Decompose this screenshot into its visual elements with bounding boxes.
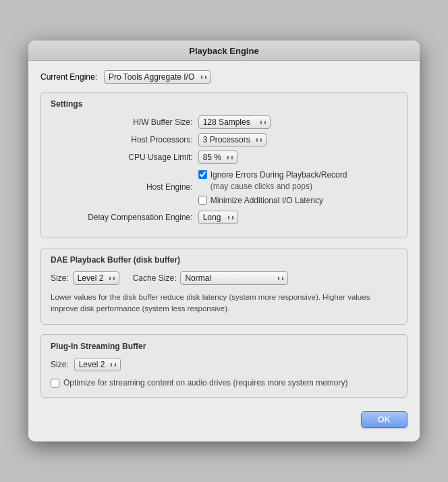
title-bar: Playback Engine xyxy=(28,41,420,61)
hw-buffer-row: H/W Buffer Size: 32 Samples 64 Samples 1… xyxy=(51,115,397,133)
minimize-latency-checkbox[interactable] xyxy=(198,196,207,205)
dae-section: DAE Playback Buffer (disk buffer) Size: … xyxy=(40,248,408,325)
ok-row: OK xyxy=(40,407,408,431)
dae-cache-select-wrapper: Minimum Normal Large Maximum xyxy=(180,271,288,285)
dae-size-select-wrapper: Level 1 Level 2 Level 3 Level 4 xyxy=(73,271,119,285)
settings-section: Settings H/W Buffer Size: 32 Samples 64 … xyxy=(40,92,408,238)
delay-compensation-label: Delay Compensation Engine: xyxy=(51,211,198,228)
dae-cache-label: Cache Size: xyxy=(133,273,177,283)
hw-buffer-value: 32 Samples 64 Samples 128 Samples 256 Sa… xyxy=(198,115,397,133)
host-processors-select-wrapper: 1 Processor 2 Processors 3 Processors 4 … xyxy=(198,133,267,146)
ok-button[interactable]: OK xyxy=(361,411,408,428)
plugin-section: Plug-In Streaming Buffer Size: Level 1 L… xyxy=(40,334,408,398)
plugin-size-select[interactable]: Level 1 Level 2 Level 3 Level 4 xyxy=(74,358,121,371)
minimize-latency-label: Minimize Additional I/O Latency xyxy=(211,195,323,207)
host-processors-row: Host Processors: 1 Processor 2 Processor… xyxy=(51,133,397,151)
delay-compensation-select-wrapper: Short Long None xyxy=(198,211,238,224)
ignore-errors-checkbox[interactable] xyxy=(198,170,207,179)
cpu-usage-row: CPU Usage Limit: 55 % 65 % 75 % 85 % 95 … xyxy=(51,151,397,168)
dae-size-field: Size: Level 1 Level 2 Level 3 Level 4 xyxy=(51,271,119,285)
cpu-usage-value: 55 % 65 % 75 % 85 % 95 % xyxy=(198,151,397,168)
host-engine-label: Host Engine: xyxy=(51,168,198,211)
optimize-row: Optimize for streaming content on audio … xyxy=(51,378,397,387)
cpu-usage-label: CPU Usage Limit: xyxy=(51,151,198,168)
host-processors-value: 1 Processor 2 Processors 3 Processors 4 … xyxy=(198,133,397,151)
current-engine-select[interactable]: Pro Tools Aggregate I/O Built-In Output … xyxy=(104,70,211,84)
ignore-errors-note: (may cause clicks and pops) xyxy=(211,182,397,191)
dae-title: DAE Playback Buffer (disk buffer) xyxy=(51,255,397,265)
dialog-body: Current Engine: Pro Tools Aggregate I/O … xyxy=(28,61,420,441)
dae-description: Lower values for the disk buffer reduce … xyxy=(51,292,397,315)
hw-buffer-label: H/W Buffer Size: xyxy=(51,115,198,133)
settings-grid: H/W Buffer Size: 32 Samples 64 Samples 1… xyxy=(51,115,397,228)
dae-size-select[interactable]: Level 1 Level 2 Level 3 Level 4 xyxy=(73,271,119,285)
current-engine-label: Current Engine: xyxy=(40,72,97,82)
dialog-window: Playback Engine Current Engine: Pro Tool… xyxy=(28,41,420,441)
plugin-size-row: Size: Level 1 Level 2 Level 3 Level 4 xyxy=(51,358,397,371)
delay-compensation-row: Delay Compensation Engine: Short Long No… xyxy=(51,211,397,228)
optimize-label: Optimize for streaming content on audio … xyxy=(63,378,347,387)
minimize-latency-row: Minimize Additional I/O Latency xyxy=(198,195,397,207)
delay-compensation-value: Short Long None xyxy=(198,211,397,228)
host-processors-select[interactable]: 1 Processor 2 Processors 3 Processors 4 … xyxy=(198,133,267,146)
ignore-errors-label: Ignore Errors During Playback/Record xyxy=(211,169,347,181)
settings-title: Settings xyxy=(51,99,397,109)
plugin-size-label: Size: xyxy=(51,360,69,369)
dae-cache-select[interactable]: Minimum Normal Large Maximum xyxy=(180,271,288,285)
ignore-errors-row: Ignore Errors During Playback/Record xyxy=(198,169,397,181)
dae-controls-row: Size: Level 1 Level 2 Level 3 Level 4 Ca… xyxy=(51,271,397,285)
host-processors-label: Host Processors: xyxy=(51,133,198,151)
optimize-checkbox[interactable] xyxy=(51,379,59,387)
plugin-title: Plug-In Streaming Buffer xyxy=(51,342,397,351)
current-engine-row: Current Engine: Pro Tools Aggregate I/O … xyxy=(40,70,408,84)
delay-compensation-select[interactable]: Short Long None xyxy=(198,211,238,224)
host-engine-row: Host Engine: Ignore Errors During Playba… xyxy=(51,168,397,211)
cpu-usage-select[interactable]: 55 % 65 % 75 % 85 % 95 % xyxy=(198,151,237,164)
current-engine-select-wrapper: Pro Tools Aggregate I/O Built-In Output … xyxy=(104,70,211,84)
host-engine-value: Ignore Errors During Playback/Record (ma… xyxy=(198,168,397,211)
plugin-size-select-wrapper: Level 1 Level 2 Level 3 Level 4 xyxy=(74,358,121,371)
cpu-usage-select-wrapper: 55 % 65 % 75 % 85 % 95 % xyxy=(198,151,237,164)
hw-buffer-select[interactable]: 32 Samples 64 Samples 128 Samples 256 Sa… xyxy=(198,115,271,129)
dialog-title: Playback Engine xyxy=(189,46,258,56)
dae-size-label: Size: xyxy=(51,273,69,283)
dae-cache-field: Cache Size: Minimum Normal Large Maximum xyxy=(133,271,289,285)
hw-buffer-select-wrapper: 32 Samples 64 Samples 128 Samples 256 Sa… xyxy=(198,115,271,129)
